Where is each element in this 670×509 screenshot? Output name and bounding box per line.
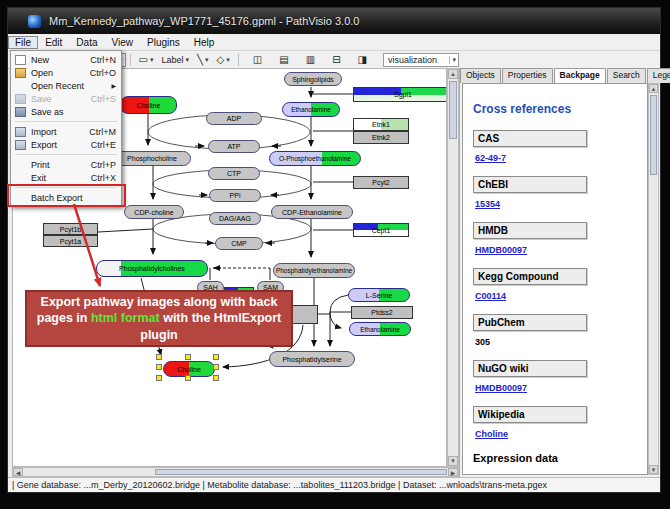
tab-backpage[interactable]: Backpage	[554, 68, 606, 83]
menu-item-new[interactable]: New Ctrl+N	[11, 53, 121, 66]
node-cmp[interactable]: CMP	[215, 237, 263, 250]
menu-item-import[interactable]: Import Ctrl+M	[11, 125, 121, 138]
menu-item-open[interactable]: Open Ctrl+O	[11, 66, 121, 79]
scrollbar-thumb[interactable]	[449, 81, 457, 139]
node-sgpl1[interactable]: Sgpl1	[353, 87, 447, 102]
dropdown-icon[interactable]: ▾	[186, 56, 190, 64]
selection-handle[interactable]	[156, 364, 162, 370]
node-etnk1[interactable]: Etnk1	[353, 118, 409, 131]
dropdown-icon[interactable]: ▾	[205, 56, 209, 64]
menu-item-save[interactable]: Save Ctrl+S	[11, 92, 121, 105]
tab-properties[interactable]: Properties	[502, 68, 553, 83]
panel-vertical-scrollbar[interactable]: ▲ ▼	[648, 83, 659, 475]
menu-item-export[interactable]: Export Ctrl+E	[11, 138, 121, 151]
node-ctp[interactable]: CTP	[208, 167, 260, 180]
dropdown-icon[interactable]: ▾	[449, 56, 456, 64]
menu-view[interactable]: View	[104, 36, 140, 49]
add-label-button[interactable]: Label ▾	[157, 52, 193, 67]
menu-edit[interactable]: Edit	[38, 36, 69, 49]
node-cept1[interactable]: Cept1	[353, 223, 409, 237]
xref-section-hmdb: HMDB HMDB00097	[473, 222, 647, 255]
node-pcyt2[interactable]: Pcyt2	[353, 176, 409, 189]
menu-file[interactable]: File	[8, 36, 38, 49]
node-adp[interactable]: ADP	[206, 112, 262, 125]
node-l-serine[interactable]: L-Serine	[348, 288, 410, 302]
menu-item-print[interactable]: Print Ctrl+P	[11, 158, 121, 171]
new-file-icon	[15, 55, 26, 65]
align-center-icon: ◫	[253, 55, 262, 65]
canvas-vertical-scrollbar[interactable]: ▲ ▼	[447, 68, 459, 467]
menu-help[interactable]: Help	[187, 36, 222, 49]
node-phosphocholine[interactable]: Phosphocholine	[113, 151, 191, 166]
node-sphingolipids[interactable]: Sphingolipids	[284, 72, 342, 86]
node-etnk2[interactable]: Etnk2	[353, 131, 409, 144]
visualization-combobox[interactable]: visualization ▾	[383, 53, 459, 67]
line-icon: ╲	[197, 55, 203, 65]
menu-item-label: New	[31, 55, 49, 65]
tab-legend[interactable]: Legend	[647, 68, 670, 83]
menu-item-label: Save as	[31, 107, 64, 117]
selection-handle[interactable]	[213, 375, 219, 381]
xref-link[interactable]: HMDB00097	[475, 245, 647, 255]
selection-handle[interactable]	[213, 354, 219, 360]
scroll-up-button[interactable]: ▲	[448, 69, 458, 79]
scroll-right-button[interactable]: ▶	[448, 468, 458, 476]
node-ptdss2[interactable]: Ptdss2	[351, 306, 413, 319]
menu-data[interactable]: Data	[69, 36, 104, 49]
align-center-button[interactable]: ◫	[249, 52, 266, 67]
menu-item-exit[interactable]: Exit Ctrl+X	[11, 171, 121, 184]
scroll-down-button[interactable]: ▼	[448, 456, 458, 466]
selection-handle[interactable]	[185, 354, 191, 360]
tab-objects[interactable]: Objects	[460, 68, 501, 83]
menu-icon-spacer	[15, 81, 26, 91]
node-cdp-ethanolamine[interactable]: CDP-Ethanolamine	[271, 205, 353, 219]
add-gene-node-button[interactable]: ▭ ▾	[135, 52, 158, 67]
node-choline-top[interactable]: Choline	[120, 96, 177, 114]
menu-item-save-as[interactable]: Save as	[11, 105, 121, 118]
node-pcyt1b[interactable]: Pcyt1b	[43, 223, 98, 235]
scroll-left-button[interactable]: ◀	[13, 468, 23, 476]
align-middle-button[interactable]: ▤	[275, 52, 292, 67]
dropdown-icon[interactable]: ▾	[150, 56, 154, 64]
scroll-down-button[interactable]: ▼	[649, 465, 658, 474]
scroll-up-button[interactable]: ▲	[649, 84, 658, 93]
node-phosphatidylcholines[interactable]: Phosphatidylcholines	[96, 260, 208, 277]
xref-link[interactable]: 62-49-7	[475, 153, 647, 163]
node-ethanolamine[interactable]: Ethanolamine	[282, 102, 340, 117]
node-cdp-choline[interactable]: CDP-choline	[124, 205, 184, 219]
xref-value: 305	[475, 337, 647, 347]
node-pcyt1a[interactable]: Pcyt1a	[43, 235, 98, 247]
menu-shortcut: Ctrl+O	[90, 68, 116, 78]
xref-link[interactable]: 15354	[475, 199, 647, 209]
xref-link[interactable]: Choline	[475, 429, 647, 439]
draw-line-button[interactable]: ╲ ▾	[193, 52, 213, 67]
common-height-button[interactable]: ◨	[354, 52, 371, 67]
common-width-button[interactable]: ⊟	[328, 52, 344, 67]
menu-icon-spacer	[15, 160, 26, 170]
draw-shape-button[interactable]: ◇ ▾	[213, 52, 234, 67]
node-o-phosphoethanolamine[interactable]: O-Phosphoethanolamine	[269, 151, 361, 166]
canvas-horizontal-scrollbar[interactable]: ◀ ▶	[12, 467, 459, 477]
node-ethanolamine-bottom[interactable]: Ethanolamine	[349, 322, 411, 336]
node-atp[interactable]: ATP	[208, 140, 260, 153]
scrollbar-thumb[interactable]	[155, 469, 447, 475]
node-dag-aag[interactable]: DAG/AAG	[209, 212, 261, 225]
node-phosphatidylserine[interactable]: Phosphatidylserine	[269, 351, 355, 367]
node-ppi[interactable]: PPi	[209, 189, 261, 202]
tab-search[interactable]: Search	[607, 68, 646, 83]
menu-item-label: Export	[31, 140, 57, 150]
expression-data-heading: Expression data	[473, 452, 647, 464]
selection-handle[interactable]	[213, 364, 219, 370]
dropdown-icon[interactable]: ▾	[226, 56, 230, 64]
selection-handle[interactable]	[156, 375, 162, 381]
scrollbar-thumb[interactable]	[650, 95, 657, 175]
xref-link[interactable]: C00114	[475, 291, 647, 301]
distribute-horizontal-button[interactable]: ▥	[302, 52, 319, 67]
xref-link[interactable]: HMDB00097	[475, 383, 647, 393]
selection-handle[interactable]	[185, 375, 191, 381]
node-phosphatidylethanolamine[interactable]: Phosphatidylethanolamine	[273, 263, 355, 278]
backpage-content: Cross references CAS 62-49-7 ChEBI 15354…	[462, 83, 648, 475]
selection-handle[interactable]	[156, 354, 162, 360]
menu-plugins[interactable]: Plugins	[140, 36, 187, 49]
menu-item-open-recent[interactable]: Open Recent ▶	[11, 79, 121, 92]
